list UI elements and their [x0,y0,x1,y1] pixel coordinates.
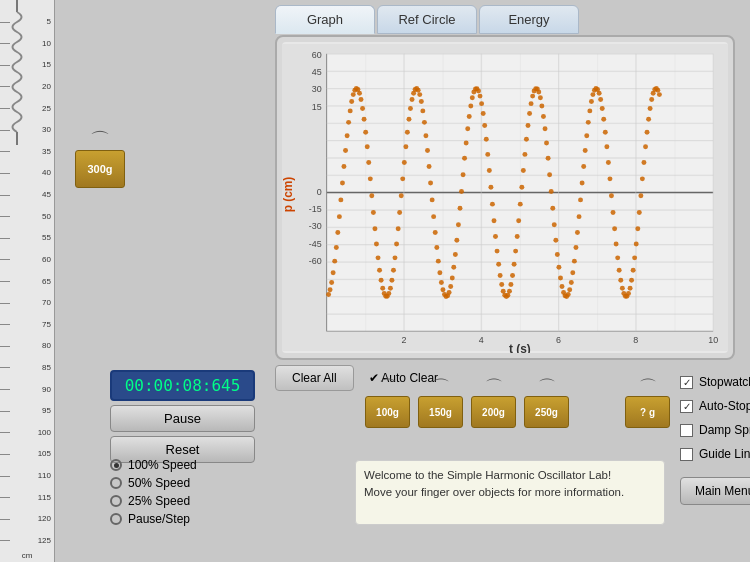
svg-point-248 [635,226,640,231]
svg-point-129 [451,265,456,270]
svg-point-71 [362,117,367,122]
svg-point-194 [552,222,557,227]
svg-point-80 [376,255,381,260]
checkbox-guide-lines[interactable]: Guide Lines [680,447,750,461]
svg-point-135 [461,172,466,177]
svg-point-56 [338,197,343,202]
svg-point-224 [598,97,603,102]
svg-point-153 [488,185,493,190]
weight-100g[interactable]: ⌒ 100g [365,378,410,428]
svg-point-88 [388,286,393,291]
svg-point-175 [522,152,527,157]
svg-point-184 [536,90,541,95]
svg-point-137 [464,141,469,146]
svg-point-127 [448,284,453,289]
svg-point-165 [507,289,512,294]
svg-point-197 [556,265,561,270]
svg-point-81 [377,268,382,273]
svg-point-131 [454,238,459,243]
radio-50-icon [110,477,122,489]
svg-point-204 [567,287,572,292]
svg-point-233 [612,226,617,231]
svg-point-187 [541,114,546,119]
svg-point-254 [645,130,650,135]
pause-button[interactable]: Pause [110,405,255,432]
checkbox-damp-spring[interactable]: Damp Spring [680,423,750,437]
speed-100[interactable]: 100% Speed [110,458,260,472]
speed-50[interactable]: 50% Speed [110,476,260,490]
svg-point-96 [400,176,405,181]
svg-point-261 [655,88,660,93]
svg-point-77 [371,210,376,215]
svg-point-155 [492,218,497,223]
weight-unknown[interactable]: ⌒ ? g [625,378,670,428]
svg-point-232 [611,210,616,215]
svg-point-257 [649,97,654,102]
svg-point-159 [498,273,503,278]
svg-point-208 [573,245,578,250]
svg-point-156 [493,234,498,239]
weight-100g-body: 100g [365,396,410,428]
checkbox-auto-stopwatch[interactable]: Auto-Stopwatch [680,399,750,413]
tab-graph[interactable]: Graph [275,5,375,34]
svg-point-150 [484,137,489,142]
svg-point-113 [427,164,432,169]
svg-point-87 [386,291,391,296]
svg-point-119 [436,259,441,264]
weight-150g-body: 150g [418,396,463,428]
svg-point-177 [526,123,531,128]
svg-point-109 [420,108,425,113]
svg-point-128 [450,276,455,281]
svg-point-102 [410,97,415,102]
info-box: Welcome to the Simple Harmonic Oscillato… [355,460,665,525]
weight-250g[interactable]: ⌒ 250g [524,378,569,428]
svg-point-256 [648,106,653,111]
svg-point-180 [530,94,535,99]
svg-point-244 [629,278,634,283]
tab-energy[interactable]: Energy [479,5,579,34]
svg-point-231 [609,193,614,198]
svg-point-140 [468,103,473,108]
svg-point-178 [527,111,532,116]
svg-point-168 [512,262,517,267]
hook-200g-icon: ⌒ [485,378,503,396]
weight-200g[interactable]: ⌒ 200g [471,378,516,428]
speed-25[interactable]: 25% Speed [110,494,260,508]
svg-point-55 [337,214,342,219]
svg-point-121 [439,280,444,285]
svg-point-255 [646,117,651,122]
svg-point-227 [603,130,608,135]
damp-spring-checkbox-icon [680,424,693,437]
svg-point-50 [329,280,334,285]
weights-section: ⌒ 100g ⌒ 150g ⌒ 200g ⌒ 250g [365,378,569,428]
svg-point-247 [634,242,639,247]
svg-point-64 [351,92,356,97]
timer-section: 00:00:08:645 Pause Reset [110,370,255,467]
svg-point-147 [479,101,484,106]
weight-150g[interactable]: ⌒ 150g [418,378,463,428]
svg-point-139 [467,114,472,119]
svg-point-217 [587,108,592,113]
clear-all-button[interactable]: Clear All [275,365,354,391]
weight-250g-body: 250g [524,396,569,428]
main-menu-button[interactable]: Main Menu [680,477,750,505]
speed-pause-step[interactable]: Pause/Step [110,512,260,526]
svg-point-120 [437,270,442,275]
svg-point-179 [529,101,534,106]
checkbox-stopwatch[interactable]: Stopwatch [680,375,750,389]
svg-point-199 [560,284,565,289]
svg-point-223 [597,91,602,96]
svg-point-134 [459,189,464,194]
svg-point-193 [550,206,555,211]
tab-ref-circle[interactable]: Ref Circle [377,5,477,34]
svg-point-72 [363,130,368,135]
svg-point-212 [580,181,585,186]
svg-point-213 [581,164,586,169]
svg-point-172 [518,202,523,207]
svg-point-235 [615,255,620,260]
svg-point-230 [607,176,612,181]
weight-unknown-body: ? g [625,396,670,428]
svg-point-138 [465,126,470,131]
svg-point-97 [402,160,407,165]
svg-point-91 [393,255,398,260]
